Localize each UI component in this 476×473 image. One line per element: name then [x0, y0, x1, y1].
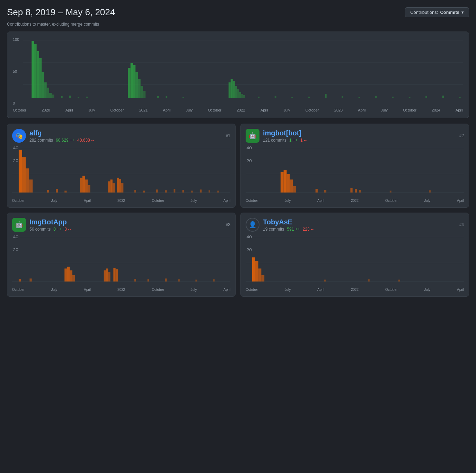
svg-rect-30	[235, 86, 237, 98]
svg-rect-88	[290, 179, 293, 193]
svg-rect-128	[258, 268, 262, 282]
svg-rect-95	[390, 191, 391, 193]
contributor-details-4: TobyAsE 19 commits 591 ++ 223 --	[263, 218, 314, 232]
svg-rect-72	[165, 190, 167, 193]
svg-rect-53	[22, 157, 26, 193]
svg-rect-5	[34, 44, 36, 98]
x-label-jul3: July	[283, 108, 290, 112]
additions-3: 0 ++	[53, 227, 62, 232]
x-label-jul: July	[51, 288, 57, 292]
main-bar-chart	[23, 37, 463, 103]
svg-rect-108	[72, 275, 75, 282]
svg-rect-46	[442, 96, 444, 98]
svg-rect-17	[128, 68, 130, 98]
x-label-jul1: July	[88, 108, 95, 112]
mini-chart-4: 40 20	[246, 235, 464, 287]
svg-rect-63	[108, 181, 110, 193]
x-label-oct2: October	[208, 108, 221, 112]
contributor-name-3[interactable]: ImgBotApp	[29, 218, 71, 226]
main-chart-card: 100 50 0	[7, 32, 469, 118]
x-label-jul2: July	[191, 199, 197, 203]
svg-text:40: 40	[247, 146, 252, 150]
svg-rect-28	[231, 79, 233, 98]
svg-rect-70	[143, 191, 145, 193]
y-label-0: 0	[13, 101, 19, 105]
svg-rect-13	[61, 96, 63, 98]
svg-rect-85	[281, 172, 284, 193]
contributor-info-1: 🎭 alfg 282 commits 60,629 ++ 40,638 --	[12, 129, 94, 143]
y-label-50: 50	[13, 69, 19, 73]
x-label-oct2: October	[152, 199, 164, 203]
contributor-card-1: 🎭 alfg 282 commits 60,629 ++ 40,638 -- #…	[7, 124, 236, 208]
x-label-apr2: April	[223, 288, 230, 292]
svg-rect-91	[324, 190, 326, 193]
svg-rect-35	[258, 97, 259, 98]
contributor-header-3: 🤖 ImgBotApp 56 commits 0 ++ 0 -- #3	[12, 218, 230, 232]
contributor-name-1[interactable]: alfg	[29, 129, 94, 137]
svg-rect-62	[88, 185, 90, 193]
mini-bar-chart-4: 40 20	[246, 235, 464, 287]
svg-rect-37	[291, 97, 293, 98]
svg-text:40: 40	[13, 146, 18, 150]
deletions-4: 223 --	[303, 227, 314, 232]
svg-rect-112	[113, 268, 115, 282]
x-label-oct1: October	[111, 108, 124, 112]
svg-rect-36	[275, 96, 276, 98]
svg-text:40: 40	[13, 235, 18, 239]
date-range-title: Sep 8, 2019 – May 6, 2024	[7, 7, 115, 18]
svg-rect-25	[166, 96, 167, 98]
contributor-stats-4: 19 commits 591 ++ 223 --	[263, 227, 314, 232]
svg-rect-23	[143, 91, 146, 98]
svg-rect-66	[117, 178, 119, 193]
contributions-button[interactable]: Contributions: Commits ▾	[405, 7, 469, 17]
svg-rect-14	[69, 96, 71, 98]
rank-badge-3: #3	[226, 222, 230, 227]
contributor-name-2[interactable]: imgbot[bot]	[263, 129, 307, 137]
svg-rect-31	[237, 89, 239, 98]
svg-rect-107	[70, 270, 72, 282]
svg-rect-18	[131, 63, 133, 98]
svg-rect-60	[82, 176, 85, 193]
contributor-name-4[interactable]: TobyAsE	[263, 218, 314, 226]
svg-rect-110	[106, 268, 108, 282]
svg-rect-78	[217, 191, 219, 193]
x-label-apr3: April	[261, 108, 268, 112]
svg-rect-64	[111, 179, 113, 193]
svg-text:20: 20	[13, 158, 18, 163]
x-label-apr5: April	[456, 108, 463, 112]
svg-rect-10	[47, 88, 49, 98]
avatar-alfg: 🎭	[12, 129, 26, 143]
svg-rect-111	[108, 272, 110, 282]
svg-text:20: 20	[247, 247, 252, 252]
svg-rect-127	[255, 261, 258, 282]
x-label-oct3: October	[306, 108, 319, 112]
svg-rect-26	[183, 97, 184, 98]
x-label-apr: April	[317, 288, 324, 292]
svg-rect-74	[182, 190, 184, 193]
svg-rect-117	[178, 279, 180, 282]
svg-text:40: 40	[247, 235, 252, 239]
main-x-labels: October 2020 April July October 2021 Apr…	[13, 108, 463, 112]
mini-chart-labels-2: October July April 2022 October July Apr…	[246, 199, 464, 203]
svg-rect-130	[324, 280, 326, 282]
x-label-jul2: July	[186, 108, 193, 112]
x-label-2022: 2022	[351, 199, 359, 203]
svg-rect-12	[52, 95, 54, 98]
x-label-apr4: April	[358, 108, 365, 112]
svg-rect-34	[243, 95, 245, 98]
mini-chart-1: 40 20	[12, 146, 230, 198]
svg-rect-75	[191, 191, 193, 193]
x-label-apr1: April	[65, 108, 73, 112]
commits-3: 56 commits	[29, 227, 51, 232]
additions-1: 60,629 ++	[56, 138, 74, 143]
svg-rect-73	[174, 189, 175, 193]
svg-rect-115	[148, 279, 149, 282]
svg-rect-87	[287, 174, 290, 193]
svg-rect-113	[116, 269, 118, 282]
svg-rect-38	[308, 97, 310, 98]
x-label-jul2: July	[424, 288, 430, 292]
contributor-info-2: 🤖 imgbot[bot] 121 commits 1 ++ 1 --	[246, 129, 307, 143]
svg-rect-114	[134, 279, 136, 282]
x-label-2022: 2022	[351, 288, 359, 292]
x-label-2022: 2022	[237, 108, 245, 112]
